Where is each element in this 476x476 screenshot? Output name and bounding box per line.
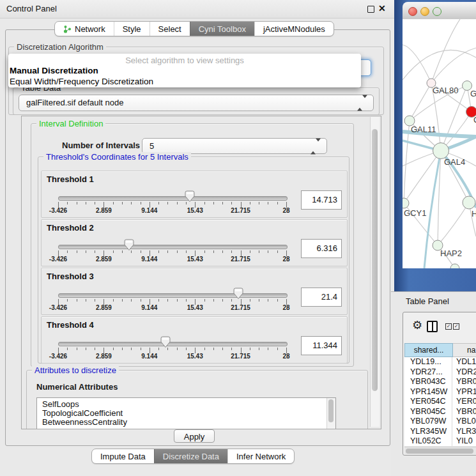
tab-discretize-data[interactable]: Discretize Data: [154, 449, 227, 463]
threshold-slider-track[interactable]: [58, 293, 288, 298]
network-edge[interactable]: [403, 50, 476, 80]
threshold-value-field[interactable]: 6.316: [301, 239, 342, 258]
table-row[interactable]: YBR043CYBR0: [404, 377, 476, 387]
attributes-scrollbar[interactable]: [326, 398, 335, 429]
network-node[interactable]: [450, 264, 459, 268]
apply-button[interactable]: Apply: [174, 429, 215, 443]
cell-name: YBR0: [452, 407, 476, 417]
slider-tick-label: 9.144: [141, 207, 157, 214]
slider-tick: [213, 250, 214, 253]
zoom-traffic-light-icon[interactable]: [433, 7, 441, 16]
slider-thumb[interactable]: [124, 239, 135, 251]
column-header-name[interactable]: na: [453, 343, 476, 357]
network-node-gcy1[interactable]: [403, 198, 409, 208]
threshold-value-field[interactable]: 21.4: [301, 288, 342, 307]
slider-tick: [259, 202, 259, 204]
slider-tick: [67, 348, 68, 350]
control-panel-title: Control Panel: [6, 4, 57, 13]
slider-tick: [259, 250, 259, 253]
slider-tick: [259, 348, 259, 350]
close-panel-icon[interactable]: ✕: [378, 3, 386, 13]
tab-impute-data[interactable]: Impute Data: [92, 449, 154, 463]
settings-scrollbar[interactable]: [370, 117, 380, 427]
tab-style[interactable]: Style: [114, 22, 150, 36]
network-node-gal4[interactable]: [433, 143, 449, 159]
slider-tick: [95, 250, 95, 253]
tab-network[interactable]: Network: [55, 22, 114, 36]
table-row[interactable]: YPR145WYPR1: [404, 387, 476, 397]
combo-stepper-icon: [357, 98, 367, 108]
float-panel-icon[interactable]: [367, 6, 374, 13]
network-edge[interactable]: [438, 203, 469, 245]
network-canvas[interactable]: GAL80GACGAL11GAL4GCY1HHAP2: [403, 19, 476, 268]
gear-icon[interactable]: ⚙: [412, 319, 422, 331]
table-row[interactable]: YBL079WYBL0: [404, 417, 476, 427]
slider-tick: [122, 250, 123, 253]
slider-tick: [167, 250, 168, 253]
slider-thumb[interactable]: [160, 336, 171, 348]
tab-label: Infer Network: [236, 452, 286, 461]
checkbox-select-none-icon[interactable]: ✓: [453, 323, 459, 330]
tab-label: Cyni Toolbox: [199, 24, 246, 34]
threshold-slider-track[interactable]: [58, 342, 288, 346]
table-row[interactable]: YER054CYER0: [404, 397, 476, 407]
cell-shared-name: YBL079W: [404, 417, 452, 427]
checkbox-select-all-icon[interactable]: ✓: [445, 323, 452, 330]
slider-tick: [204, 348, 205, 350]
network-edge[interactable]: [431, 19, 460, 83]
dropdown-option-manual[interactable]: Manual Discretization: [8, 65, 361, 76]
slider-tick: [213, 299, 214, 302]
slider-thumb[interactable]: [185, 190, 196, 203]
slider-tick: [277, 202, 278, 204]
tab-cyni-toolbox[interactable]: Cyni Toolbox: [190, 22, 254, 36]
slider-tick: [167, 299, 168, 302]
threshold-2-box: Threshold 2-3.4262.8599.14415.4321.71528…: [41, 219, 348, 266]
network-edge[interactable]: [403, 45, 431, 83]
tab-jactivemnodules[interactable]: jActiveMNodules: [254, 22, 334, 36]
threshold-slider-track[interactable]: [58, 196, 288, 201]
threshold-value-field[interactable]: 11.344: [301, 336, 342, 355]
dropdown-option-equal-width[interactable]: Equal Width/Frequency Discretization: [8, 76, 361, 87]
table-data-select[interactable]: galFiltered.sif default node: [19, 95, 374, 111]
network-node-label: GCY1: [404, 208, 426, 218]
slider-tick-label: 9.144: [141, 304, 157, 311]
table-row[interactable]: YDL19...YDL1: [404, 357, 476, 367]
slider-tick: [222, 299, 223, 302]
table-hscrollbar-thumb[interactable]: [406, 449, 473, 454]
slider-tick-label: 21.715: [231, 353, 250, 360]
network-edge[interactable]: [410, 83, 431, 121]
table-row[interactable]: YBR045CYBR0: [404, 407, 476, 417]
network-window-titlebar: [403, 2, 476, 20]
tab-infer-network[interactable]: Infer Network: [227, 449, 294, 463]
close-traffic-light-icon[interactable]: [408, 7, 417, 16]
tab-select[interactable]: Select: [150, 22, 190, 36]
numerical-attributes-list[interactable]: SelfLoopsTopologicalCoefficientBetweenne…: [36, 397, 336, 429]
settings-scrollbar-thumb[interactable]: [372, 129, 378, 391]
slider-tick: [122, 202, 123, 204]
threshold-value-field[interactable]: 14.713: [301, 190, 342, 210]
cell-name: YBR0: [452, 377, 476, 387]
slider-thumb[interactable]: [233, 288, 244, 300]
node-table[interactable]: shared... na YDL19...YDL1YDR27...YDR2YBR…: [404, 343, 476, 446]
attributes-scrollbar-thumb[interactable]: [328, 399, 334, 422]
slider-tick: [113, 348, 114, 350]
attribute-item[interactable]: TopologicalCoefficient: [37, 409, 335, 418]
network-node-h[interactable]: [463, 196, 475, 209]
table-row[interactable]: YDR27...YDR2: [404, 367, 476, 378]
threshold-slider-track[interactable]: [58, 245, 288, 249]
attribute-item[interactable]: SelfLoops: [37, 400, 335, 409]
cell-shared-name: YIL052C: [404, 436, 452, 446]
slider-tick: [158, 299, 159, 302]
minimize-traffic-light-icon[interactable]: [420, 7, 429, 16]
table-row[interactable]: YIL052CYIL0: [404, 436, 476, 446]
slider-tick: [177, 202, 178, 204]
attribute-item[interactable]: BetweennessCentrality: [37, 418, 335, 427]
cell-shared-name: YBR043C: [404, 377, 452, 387]
table-horizontal-scrollbar[interactable]: [404, 447, 476, 454]
columns-icon[interactable]: [427, 321, 438, 332]
slider-tick-label: 15.43: [187, 353, 203, 360]
slider-tick-label: 9.144: [141, 353, 157, 360]
table-row[interactable]: YLR345WYLR3: [404, 427, 476, 437]
slider-tick: [186, 348, 187, 350]
column-header-shared-name[interactable]: shared...: [404, 343, 453, 357]
